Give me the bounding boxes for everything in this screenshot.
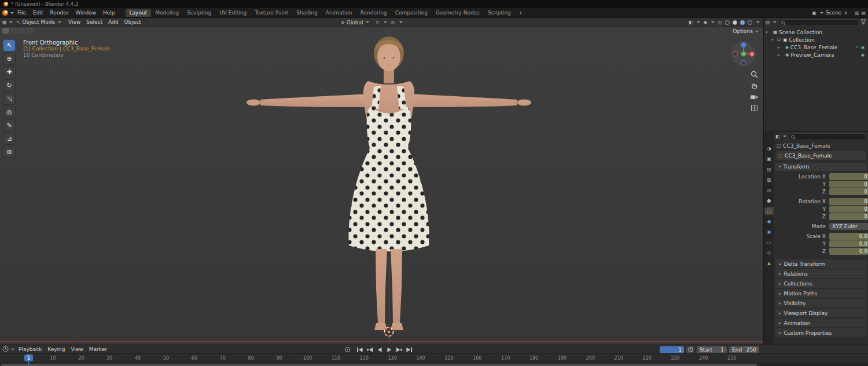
workspace-tab[interactable]: Animation bbox=[322, 9, 356, 17]
shading-material-icon[interactable] bbox=[740, 20, 745, 25]
transform-value-field[interactable]: XYZ Euler bbox=[829, 223, 868, 230]
timeline-menu-item[interactable]: Keying bbox=[45, 346, 68, 352]
shading-wireframe-icon[interactable] bbox=[725, 20, 730, 25]
editor-type-icon[interactable]: ▦ bbox=[2, 20, 7, 25]
outliner-item[interactable]: ▸ ◆ CC3_Base_Female ✓ ◉ bbox=[764, 43, 868, 51]
pan-hand-icon[interactable] bbox=[751, 82, 758, 90]
zoom-icon[interactable] bbox=[751, 71, 758, 78]
transform-value-field[interactable]: 0 bbox=[829, 188, 868, 195]
timeline-menu-item[interactable]: Playback bbox=[16, 346, 45, 352]
workspace-tab[interactable]: Modeling bbox=[151, 9, 183, 17]
transform-value-field[interactable]: 0 bbox=[829, 213, 868, 220]
menu-item[interactable]: Render bbox=[47, 9, 72, 17]
tool-button[interactable]: ⊿ bbox=[3, 133, 16, 145]
viewport-menu-item[interactable]: Object bbox=[122, 19, 144, 25]
collection-checkbox[interactable]: ☑ bbox=[777, 37, 781, 42]
viewport-menu-item[interactable]: Select bbox=[83, 19, 105, 25]
filter-icon[interactable] bbox=[860, 19, 866, 26]
workspace-tab[interactable]: Layout bbox=[126, 9, 152, 17]
properties-tab[interactable]: ▲ bbox=[764, 259, 774, 267]
transform-value-field[interactable]: 0 bbox=[829, 173, 868, 180]
menu-item[interactable]: Window bbox=[72, 9, 100, 17]
properties-tab[interactable]: ◆ bbox=[764, 218, 774, 225]
disclosure-arrow[interactable]: ▸ bbox=[778, 45, 782, 50]
panel-header[interactable]: ▸ Visibility bbox=[775, 299, 866, 308]
tool-button[interactable]: ↻ bbox=[3, 79, 16, 92]
tool-button[interactable]: ↖ bbox=[3, 39, 16, 52]
view-layer-icon[interactable]: ▥ bbox=[855, 10, 859, 16]
add-workspace-button[interactable]: + bbox=[515, 9, 527, 16]
transform-value-field[interactable]: 0 bbox=[829, 198, 868, 205]
properties-tab[interactable]: ▥ bbox=[764, 176, 774, 184]
tool-button[interactable]: ⊕ bbox=[3, 53, 16, 65]
workspace-tab[interactable]: Rendering bbox=[356, 9, 391, 17]
use-preview-range-icon[interactable] bbox=[686, 346, 694, 353]
transform-value-field[interactable]: 0.0 bbox=[829, 248, 868, 255]
workspace-tab[interactable]: Texture Paint bbox=[251, 9, 292, 17]
play-reverse-button[interactable] bbox=[376, 346, 383, 353]
workspace-tab[interactable]: Geometry Nodes bbox=[432, 9, 484, 17]
play-button[interactable] bbox=[385, 346, 393, 353]
properties-tab[interactable]: ○ bbox=[764, 239, 774, 246]
search-input[interactable] bbox=[796, 134, 863, 140]
editor-type-icon[interactable]: ◧ bbox=[775, 134, 780, 139]
3d-viewport[interactable]: Options ↖ ⊕ ✚ ↻ bbox=[0, 27, 763, 345]
properties-tab[interactable]: ◉ bbox=[764, 228, 774, 236]
navigation-gizmo[interactable]: X bbox=[731, 41, 756, 68]
timeline-menu-item[interactable]: Marker bbox=[86, 346, 110, 352]
playhead-line[interactable] bbox=[28, 361, 29, 366]
start-frame-field[interactable]: Start 1 bbox=[697, 346, 727, 353]
outliner-item[interactable]: ▾ ☑ ▣ Collection bbox=[764, 36, 868, 43]
camera-view-icon[interactable] bbox=[750, 94, 758, 100]
horizontal-scrollbar[interactable] bbox=[1, 364, 757, 366]
transform-value-field[interactable]: 0 bbox=[829, 206, 868, 213]
end-frame-field[interactable]: End 250 bbox=[729, 346, 759, 353]
tool-button[interactable]: ⊞ bbox=[3, 146, 16, 158]
transform-value-field[interactable]: 0 bbox=[829, 181, 868, 188]
select-mode-extend-button[interactable] bbox=[10, 28, 17, 34]
tool-button[interactable]: ✎ bbox=[3, 119, 16, 131]
outliner-item[interactable]: ▸ ◉ Preview_Camera ◉ bbox=[764, 51, 868, 58]
workspace-tab[interactable]: Compositing bbox=[391, 9, 432, 17]
properties-tab[interactable]: □ bbox=[764, 207, 774, 215]
select-mode-intersect-button[interactable] bbox=[27, 28, 34, 34]
properties-search[interactable] bbox=[788, 133, 866, 140]
transform-orientation-dropdown[interactable]: ⊕ Global bbox=[338, 20, 372, 25]
proportional-editing-icon[interactable]: ◎ bbox=[391, 20, 395, 25]
viewport-menu-item[interactable]: Add bbox=[105, 19, 121, 25]
disclosure-arrow[interactable]: ▸ bbox=[778, 53, 782, 57]
blender-menu-icon[interactable] bbox=[2, 10, 8, 16]
item-badges[interactable]: ◉ bbox=[861, 53, 866, 57]
properties-tab[interactable]: ◇ bbox=[764, 249, 774, 257]
current-frame-field[interactable]: 1 bbox=[660, 346, 684, 353]
next-keyframe-button[interactable] bbox=[395, 346, 403, 353]
outliner-search[interactable] bbox=[778, 19, 859, 26]
editor-type-icon[interactable]: ▤ bbox=[766, 20, 770, 25]
auto-keying-toggle[interactable] bbox=[345, 347, 350, 352]
timeline-menu-item[interactable]: View bbox=[68, 346, 86, 352]
select-mode-subtract-button[interactable] bbox=[19, 28, 25, 34]
panel-header[interactable]: ▸ Collections bbox=[775, 279, 866, 288]
disclosure-arrow[interactable]: ▾ bbox=[766, 30, 770, 35]
workspace-tab[interactable]: Shading bbox=[292, 9, 322, 17]
timeline-ruler[interactable]: 1020304050607080901001101201301401501601… bbox=[0, 354, 868, 363]
object-name-field[interactable]: □ CC3_Base_Female bbox=[776, 151, 866, 160]
workspace-tab[interactable]: Scripting bbox=[484, 9, 515, 17]
scene-selector[interactable]: Scene bbox=[826, 10, 841, 16]
editor-type-icon[interactable] bbox=[2, 346, 9, 353]
options-dropdown[interactable]: Options bbox=[733, 28, 759, 34]
search-input[interactable] bbox=[786, 20, 856, 25]
panel-header[interactable]: ▸ Custom Properties bbox=[775, 328, 866, 337]
menu-item[interactable]: Edit bbox=[30, 9, 46, 17]
workspace-tab[interactable]: Sculpting bbox=[183, 9, 215, 17]
timeline-track-area[interactable] bbox=[0, 363, 868, 366]
panel-header[interactable]: ▸ Animation bbox=[775, 319, 866, 327]
viewport-menu-item[interactable]: View bbox=[65, 19, 83, 25]
disclosure-arrow[interactable]: ▾ bbox=[771, 38, 775, 42]
shading-rendered-icon[interactable] bbox=[748, 20, 752, 25]
workspace-tab[interactable]: UV Editing bbox=[215, 9, 251, 17]
show-overlays-icon[interactable]: ◉ bbox=[703, 20, 707, 25]
properties-tab[interactable]: ▣ bbox=[764, 155, 774, 163]
transform-value-field[interactable]: 0.0 bbox=[829, 240, 868, 247]
panel-header[interactable]: ▸ Motion Paths bbox=[775, 289, 866, 298]
